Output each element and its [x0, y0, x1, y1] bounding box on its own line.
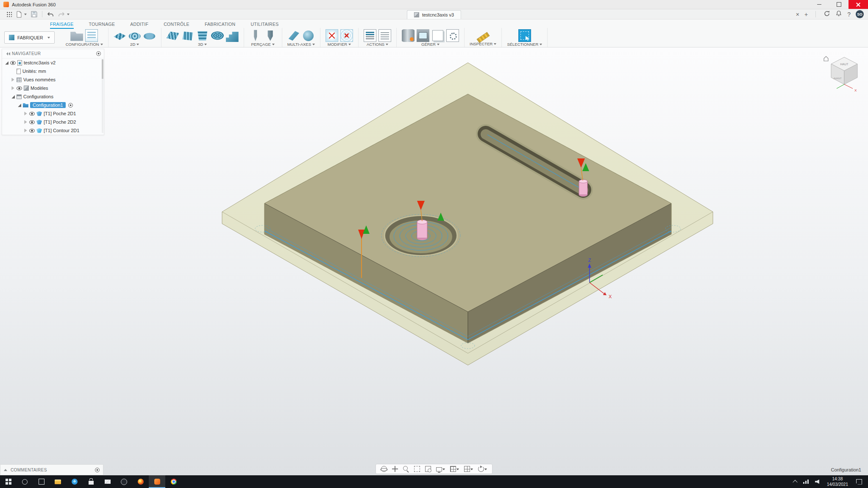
navbar-button[interactable]: [401, 466, 411, 472]
navbar-button[interactable]: [412, 466, 422, 472]
face-2d-icon[interactable]: [114, 29, 126, 42]
navbar-button[interactable]: [379, 466, 389, 472]
views-icon[interactable]: [17, 78, 22, 82]
navigator-item-label[interactable]: Vues nommées: [23, 77, 56, 82]
folder-config-icon[interactable]: [23, 103, 28, 108]
navigator-item[interactable]: Configurations: [2, 92, 104, 101]
fusion-360-icon[interactable]: [149, 475, 165, 488]
eye-icon[interactable]: [17, 86, 22, 90]
navbar-button[interactable]: [462, 466, 475, 472]
edit-toolpath-icon[interactable]: [326, 29, 338, 42]
op-contour-icon[interactable]: [36, 128, 42, 133]
drill-icon[interactable]: [249, 29, 262, 42]
ribbon-group-label[interactable]: CONFIGURATION: [66, 42, 103, 47]
fabriquer-dropdown-button[interactable]: FABRIQUER: [4, 31, 55, 44]
network-icon[interactable]: [801, 475, 811, 488]
expand-closed-icon[interactable]: [24, 120, 28, 124]
start-icon[interactable]: [0, 475, 17, 488]
navbar-button[interactable]: [390, 466, 400, 472]
tray-expand-icon[interactable]: [790, 475, 800, 488]
eye-icon[interactable]: [10, 61, 16, 65]
ribbon-tab[interactable]: TOURNAGE: [89, 22, 115, 28]
configs-icon[interactable]: [17, 94, 22, 99]
expand-open-icon[interactable]: [17, 103, 21, 107]
taskbar-clock[interactable]: 14:38 14/03/2021: [823, 476, 852, 487]
new-document-button[interactable]: +: [804, 11, 808, 17]
tool-library-icon[interactable]: [402, 29, 415, 42]
file-explorer-icon[interactable]: [50, 475, 66, 488]
navigator-item-label[interactable]: [T1] Contour 2D1: [44, 128, 79, 133]
parallel-3d-icon[interactable]: [181, 29, 194, 42]
select-window-icon[interactable]: [518, 29, 531, 42]
ribbon-tab[interactable]: UTILITAIRES: [250, 22, 278, 28]
adaptive-2d-icon[interactable]: [128, 29, 141, 42]
job-status-button[interactable]: [823, 10, 830, 18]
navigator-item-label[interactable]: [T1] Poche 2D1: [44, 111, 76, 116]
ribbon-group-label[interactable]: INSPECTER: [470, 42, 496, 46]
eye-icon[interactable]: [29, 129, 35, 133]
navigator-item[interactable]: Vues nommées: [2, 75, 104, 84]
expand-open-icon[interactable]: [11, 95, 15, 99]
chrome-icon[interactable]: [165, 475, 182, 488]
save-button[interactable]: [29, 9, 39, 19]
navigator-item[interactable]: [T1] Poche 2D1: [2, 109, 104, 118]
cube-icon[interactable]: [24, 86, 29, 91]
spiral-3d-icon[interactable]: [211, 31, 224, 40]
navigator-item[interactable]: [T1] Poche 2D2: [2, 118, 104, 126]
navigator-item-label[interactable]: Modèles: [31, 86, 48, 91]
navigator-item[interactable]: [T1] Contour 2D1: [2, 126, 104, 135]
maximize-button[interactable]: [829, 0, 849, 9]
file-menu-button[interactable]: [14, 9, 29, 19]
app-grid-button[interactable]: [4, 9, 14, 19]
navbar-button[interactable]: [448, 466, 461, 472]
navigator-item-label[interactable]: Unités: mm: [22, 69, 46, 74]
pocket-2d-icon[interactable]: [143, 29, 156, 42]
navigator-item[interactable]: testcnc3axis v2: [2, 58, 104, 67]
setup-doc-icon[interactable]: [85, 29, 98, 42]
redo-button[interactable]: [56, 9, 72, 19]
expand-open-icon[interactable]: [5, 61, 8, 65]
op-pocket-icon[interactable]: [36, 111, 42, 116]
edge-icon[interactable]: [66, 475, 83, 488]
panel-options-icon[interactable]: [96, 51, 101, 56]
home-icon[interactable]: [824, 56, 828, 61]
ribbon-group-label[interactable]: PERÇAGE: [251, 42, 274, 47]
eye-icon[interactable]: [29, 112, 35, 116]
ribbon-group-label[interactable]: MODIFIER: [328, 42, 351, 47]
undo-button[interactable]: [45, 9, 56, 19]
viewcube[interactable]: HAUT AVANT X: [824, 56, 857, 92]
expand-panel-icon[interactable]: [4, 467, 7, 471]
navigator-scrollbar[interactable]: [102, 59, 103, 133]
gear-ring-icon[interactable]: [68, 103, 73, 108]
setup-folder-icon[interactable]: [70, 29, 83, 42]
navbar-button[interactable]: [423, 466, 433, 472]
close-button[interactable]: [849, 0, 868, 9]
swarf-icon[interactable]: [287, 29, 300, 42]
simulate-icon[interactable]: [378, 29, 391, 42]
ribbon-group-label[interactable]: MULTI-AXES: [287, 42, 315, 47]
3d-viewport-canvas[interactable]: Z X HAUT AVANT X: [0, 47, 868, 475]
post-library-icon[interactable]: [446, 29, 459, 42]
ribbon-group-label[interactable]: GÉRER: [421, 42, 440, 47]
op-pocket-icon[interactable]: [36, 120, 42, 125]
media-app-icon[interactable]: [116, 475, 132, 488]
panel-options-icon[interactable]: [95, 468, 100, 472]
navbar-button[interactable]: [476, 466, 489, 472]
ribbon-group-label[interactable]: ACTIONS: [367, 42, 388, 47]
navigator-item-label[interactable]: Configurations: [23, 94, 53, 99]
spacer-icon[interactable]: [11, 69, 15, 73]
expand-closed-icon[interactable]: [24, 129, 28, 133]
ribbon-group-label[interactable]: 2D: [130, 42, 139, 47]
ribbon-tab[interactable]: FRAISAGE: [50, 22, 74, 28]
templates-icon[interactable]: [432, 30, 443, 41]
navbar-button[interactable]: [434, 466, 447, 471]
multiaxis-icon[interactable]: [303, 30, 314, 41]
search-icon[interactable]: [17, 475, 33, 488]
expand-closed-icon[interactable]: [11, 86, 15, 90]
expand-closed-icon[interactable]: [11, 78, 15, 82]
machine-library-icon[interactable]: [417, 29, 429, 42]
avatar[interactable]: SO: [856, 10, 864, 18]
navigator-item-label[interactable]: testcnc3axis v2: [24, 60, 56, 65]
navigator-item[interactable]: Configuration1: [2, 101, 104, 109]
ribbon-group-label[interactable]: 3D: [198, 42, 207, 47]
